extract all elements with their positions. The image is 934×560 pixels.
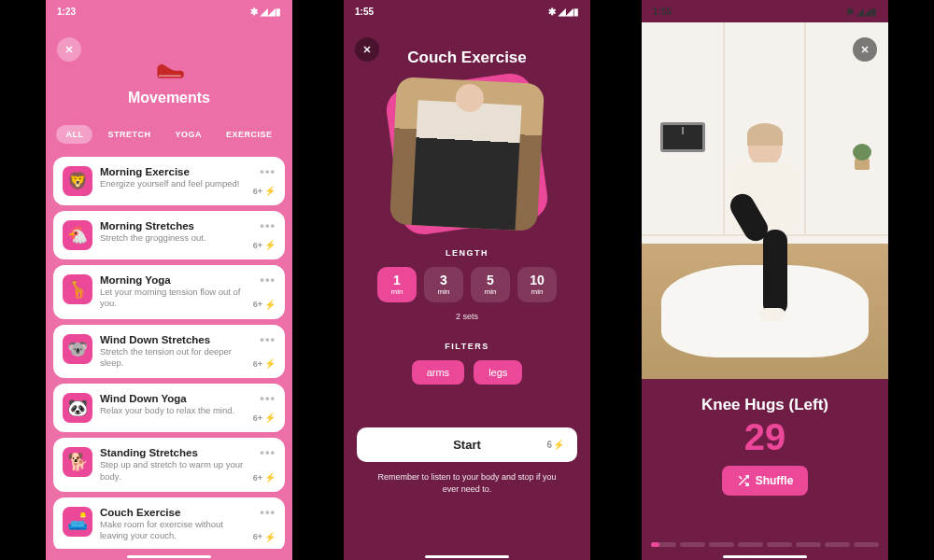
status-bar: 1:55✱ ◢◢▮ (344, 0, 590, 22)
length-option[interactable]: 10min (517, 267, 557, 302)
item-subtitle: Make room for exercise without leaving y… (100, 519, 246, 542)
screen-play: 1:55✱ ◢◢▮ Knee Hugs (Left) 29 Shuffle (642, 0, 888, 560)
length-label: LENGTH (344, 248, 590, 258)
start-meta: 6⚡ (546, 440, 564, 450)
item-meta: 6+⚡ (253, 413, 276, 423)
filter-arms[interactable]: arms (412, 360, 464, 385)
item-meta: 6+⚡ (253, 240, 276, 250)
status-bar: 1:23✱ ◢◢▮ (46, 0, 292, 22)
list-item[interactable]: 🛋️ Couch Exercise Make room for exercise… (53, 497, 285, 549)
list-item[interactable]: 🐔 Morning Stretches Stretch the groggine… (53, 211, 285, 259)
nav-bar (425, 555, 509, 558)
sets-text: 2 sets (344, 312, 590, 321)
length-option[interactable]: 5min (471, 267, 510, 302)
start-button[interactable]: Start 6⚡ (357, 427, 577, 462)
close-button[interactable] (57, 37, 81, 62)
more-icon[interactable]: ••• (260, 273, 276, 287)
exercise-video[interactable] (642, 22, 888, 379)
item-title: Wind Down Yoga (100, 393, 246, 404)
disclaimer-text: Remember to listen to your body and stop… (370, 471, 564, 495)
status-icons: ✱ ◢◢▮ (548, 7, 579, 17)
tab-yoga[interactable]: YOGA (165, 125, 211, 144)
item-title: Morning Yoga (100, 274, 246, 286)
more-icon[interactable]: ••• (260, 218, 276, 232)
more-icon[interactable]: ••• (260, 332, 276, 346)
item-icon: 🦁 (63, 166, 92, 196)
item-subtitle: Let your morning tension flow out of you… (100, 287, 246, 310)
length-option[interactable]: 1min (377, 267, 417, 302)
shoe-icon (151, 49, 187, 84)
status-icons: ✱ ◢◢▮ (846, 7, 877, 17)
item-icon: 🛋️ (63, 507, 92, 537)
close-button[interactable] (355, 37, 379, 62)
filters-label: FILTERS (344, 342, 590, 351)
phone-exercise-play: 1:55✱ ◢◢▮ Knee Hugs (Left) 29 Shuffle (642, 0, 888, 560)
status-time: 1:23 (57, 7, 76, 17)
exercise-title: Couch Exercise (344, 49, 590, 67)
tab-all[interactable]: ALL (56, 125, 92, 144)
status-bar: 1:55✱ ◢◢▮ (642, 0, 888, 22)
item-meta: 6+⚡ (253, 186, 276, 196)
hero-image (393, 80, 541, 228)
item-title: Morning Exercise (100, 166, 246, 177)
shuffle-label: Shuffle (756, 474, 794, 487)
item-icon: 🐔 (63, 220, 92, 250)
status-icons: ✱ ◢◢▮ (250, 7, 281, 17)
screen-list: 1:23✱ ◢◢▮ Movements ALL STRETCH YOGA EXE… (46, 0, 292, 560)
item-icon: 🐨 (63, 334, 92, 364)
item-title: Wind Down Stretches (100, 334, 246, 345)
status-time: 1:55 (653, 7, 672, 17)
more-icon[interactable]: ••• (260, 391, 276, 405)
item-subtitle: Relax your body to relax the mind. (100, 405, 246, 416)
close-button[interactable] (853, 37, 877, 62)
item-meta: 6+⚡ (253, 300, 276, 310)
tab-stretch[interactable]: STRETCH (98, 125, 160, 144)
item-icon: 🐕 (63, 447, 92, 477)
item-icon: 🦒 (63, 274, 92, 304)
tab-exercise[interactable]: EXERCISE (217, 125, 282, 144)
status-time: 1:55 (355, 7, 374, 17)
nav-bar (127, 555, 211, 558)
item-title: Standing Stretches (100, 447, 246, 458)
item-subtitle: Stretch the grogginess out. (100, 232, 246, 244)
list-item[interactable]: 🦒 Morning Yoga Let your morning tension … (53, 265, 285, 319)
item-meta: 6+⚡ (253, 532, 276, 542)
nav-bar (723, 555, 807, 558)
start-label: Start (453, 438, 481, 452)
more-icon[interactable]: ••• (260, 164, 276, 178)
length-option[interactable]: 3min (424, 267, 463, 302)
item-subtitle: Step up and stretch to warm up your body… (100, 459, 246, 483)
item-meta: 6+⚡ (253, 472, 276, 483)
shuffle-icon (737, 474, 750, 487)
list-item[interactable]: 🐨 Wind Down Stretches Stretch the tensio… (53, 325, 285, 379)
countdown: 29 (642, 416, 888, 458)
exercise-info: Knee Hugs (Left) 29 Shuffle (642, 379, 888, 496)
more-icon[interactable]: ••• (260, 445, 276, 459)
item-subtitle: Energize yourself and feel pumped! (100, 178, 246, 189)
length-options: 1min3min5min10min (344, 267, 590, 302)
page-title: Movements (46, 90, 292, 106)
phone-exercise-detail: 1:55✱ ◢◢▮ Couch Exercise LENGTH 1min3min… (344, 0, 590, 560)
item-meta: 6+⚡ (253, 358, 276, 369)
screen-detail: 1:55✱ ◢◢▮ Couch Exercise LENGTH 1min3min… (344, 0, 590, 560)
movements-list[interactable]: 🦁 Morning Exercise Energize yourself and… (46, 157, 292, 549)
item-subtitle: Stretch the tension out for deeper sleep… (100, 346, 246, 370)
list-header: Movements (46, 22, 292, 118)
list-item[interactable]: 🦁 Morning Exercise Energize yourself and… (53, 157, 285, 205)
item-title: Couch Exercise (100, 507, 246, 518)
list-item[interactable]: 🐼 Wind Down Yoga Relax your body to rela… (53, 384, 285, 432)
filter-options: arms legs (344, 360, 590, 385)
more-icon[interactable]: ••• (260, 505, 276, 519)
shuffle-button[interactable]: Shuffle (722, 466, 809, 496)
phone-movements-list: 1:23✱ ◢◢▮ Movements ALL STRETCH YOGA EXE… (46, 0, 292, 560)
list-item[interactable]: 🐕 Standing Stretches Step up and stretch… (53, 438, 285, 492)
tabs: ALL STRETCH YOGA EXERCISE (46, 118, 292, 157)
item-icon: 🐼 (63, 393, 92, 423)
exercise-name: Knee Hugs (Left) (642, 396, 888, 414)
progress-bar (651, 542, 879, 547)
filter-legs[interactable]: legs (474, 360, 522, 385)
item-title: Morning Stretches (100, 220, 246, 231)
